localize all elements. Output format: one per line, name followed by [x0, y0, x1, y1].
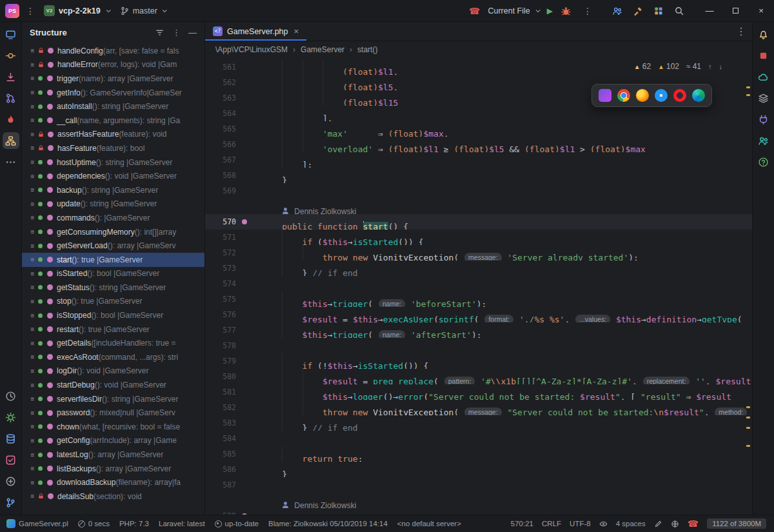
code-line[interactable]: if (!$this→isStarted()) {: [257, 353, 752, 369]
method-marker-icon[interactable]: [242, 513, 247, 515]
structure-item-__call[interactable]: ≡__call(name, arguments): string |Ga: [22, 113, 204, 128]
code-line[interactable]: throw new VionityException( message: "Se…: [257, 400, 752, 415]
method-marker-icon[interactable]: [242, 219, 247, 224]
code-line[interactable]: 'max' ⇒ (float)$max,: [257, 121, 752, 137]
next-problem-icon[interactable]: ↓: [719, 63, 723, 70]
phone-icon[interactable]: ☎: [688, 519, 699, 528]
line-number[interactable]: 579: [205, 353, 237, 369]
main-menu-icon[interactable]: ⋮: [22, 3, 39, 19]
phpstorm-browser-icon[interactable]: [599, 89, 611, 102]
cloud-icon[interactable]: [755, 68, 772, 85]
code-line[interactable]: 'overload' ⇒ (float)$l1 ≥ (float)$l5 && …: [257, 137, 752, 152]
code-line[interactable]: throw new VionityException( message: 'Se…: [257, 245, 752, 261]
run-button[interactable]: ▶: [547, 6, 553, 15]
layers-icon[interactable]: [755, 90, 772, 106]
locale-icon[interactable]: [671, 520, 679, 528]
close-button[interactable]: ×: [748, 0, 774, 22]
tab-gameserver-php[interactable]: <? GameServer.php ×: [205, 22, 306, 41]
line-number[interactable]: 588: [205, 508, 237, 515]
breadcrumb-item[interactable]: GameServer: [301, 45, 344, 54]
search-everywhere-icon[interactable]: [671, 3, 688, 19]
breadcrumb-item[interactable]: \App\VCP\LinuxGSM: [215, 45, 288, 54]
view-options-icon[interactable]: [155, 28, 164, 37]
maximize-button[interactable]: [722, 0, 748, 22]
annotate-icon[interactable]: [654, 520, 662, 528]
code-line[interactable]: ],: [257, 106, 752, 121]
server-widget[interactable]: <no default server>: [397, 520, 461, 527]
stop-icon[interactable]: [755, 47, 772, 64]
hot-swap-icon[interactable]: [3, 111, 19, 128]
line-number[interactable]: 578: [205, 338, 237, 353]
code-line[interactable]: return true;: [257, 446, 752, 462]
line-number[interactable]: 564: [205, 106, 237, 121]
structure-item-getServerLoad[interactable]: ≡getServerLoad(): array |GameServ: [22, 239, 204, 253]
code-line[interactable]: [257, 338, 752, 353]
help-icon[interactable]: [755, 153, 772, 170]
todo-icon[interactable]: [3, 451, 19, 468]
code-line[interactable]: [257, 477, 752, 493]
line-number[interactable]: 561: [205, 59, 237, 75]
tab-options-icon[interactable]: ⋮: [730, 22, 752, 41]
elapsed-widget[interactable]: 0 secs: [78, 520, 110, 527]
code-line[interactable]: $this→logger()→error("Server could not b…: [257, 384, 752, 400]
structure-item-chown[interactable]: ≡chown(what, [recursive: bool = false: [22, 420, 204, 434]
code-line[interactable]: $result = preg_replace( pattern: '#\\x1b…: [257, 369, 752, 384]
hide-panel-icon[interactable]: —: [188, 28, 197, 37]
structure-item-handleError[interactable]: ≡handleError(error, logs): void |Gam: [22, 58, 204, 72]
code-line[interactable]: [257, 183, 752, 199]
sync-widget[interactable]: up-to-date: [215, 520, 259, 527]
line-number[interactable]: 586: [205, 462, 237, 477]
code-line[interactable]: }: [257, 462, 752, 477]
structure-item-stop[interactable]: ≡stop(): true |GameServer: [22, 295, 204, 309]
warning-stripe-mark[interactable]: [746, 406, 750, 408]
encoding-widget[interactable]: UTF-8: [570, 520, 591, 527]
line-number[interactable]: 580: [205, 369, 237, 384]
laravel-widget[interactable]: Laravel: latest: [159, 520, 205, 527]
code-line[interactable]: $this→trigger( name: 'afterStart');: [257, 322, 752, 338]
structure-item-downloadBackup[interactable]: ≡downloadBackup(filename): array|fa: [22, 475, 204, 489]
services-icon[interactable]: [3, 409, 19, 426]
warning-stripe-mark[interactable]: [746, 86, 750, 88]
line-number[interactable]: 567: [205, 152, 237, 168]
structure-item-backup[interactable]: ≡backup(): string |GameServer: [22, 183, 204, 197]
structure-item-update[interactable]: ≡update(): string |GameServer: [22, 197, 204, 212]
database-icon[interactable]: [3, 430, 19, 447]
line-number[interactable]: [205, 199, 237, 214]
structure-item-hasFeature[interactable]: ≡hasFeature(feature): bool: [22, 141, 204, 155]
line-number[interactable]: 585: [205, 446, 237, 462]
previous-problem-icon[interactable]: ↑: [708, 63, 712, 70]
structure-item-isStarted[interactable]: ≡isStarted(): bool |GameServer: [22, 267, 204, 281]
branch-widget[interactable]: master: [115, 4, 171, 17]
structure-item-dependencies[interactable]: ≡dependencies(): void |GameServer: [22, 169, 204, 183]
structure-item-handleConfig[interactable]: ≡handleConfig(arr, [save: false = fals: [22, 44, 204, 58]
git-icon[interactable]: [3, 473, 19, 489]
structure-item-logDir[interactable]: ≡logDir(): void |GameServer: [22, 364, 204, 379]
notifications-icon[interactable]: [755, 26, 772, 43]
minimize-button[interactable]: —: [697, 0, 722, 22]
code-line[interactable]: if ($this→isStarted()) {: [257, 230, 752, 245]
php-version-widget[interactable]: PHP: 7.3: [119, 520, 149, 527]
structure-item-start[interactable]: ≡start(): true |GameServer: [22, 253, 204, 267]
line-number[interactable]: 565: [205, 121, 237, 137]
chrome-browser-icon[interactable]: [617, 89, 630, 102]
memory-indicator[interactable]: 1122 of 3800M: [707, 518, 766, 529]
structure-item-getConfig[interactable]: ≡getConfig(arrInclude): array |Game: [22, 434, 204, 448]
warning-stripe-mark[interactable]: [746, 445, 750, 447]
inspections-widget[interactable]: ▲62 ▲102 ≈41 ↑ ↓: [634, 62, 722, 71]
code-line[interactable]: } // if end: [257, 415, 752, 431]
structure-item-startDebug[interactable]: ≡startDebug(): void |GameServer: [22, 378, 204, 392]
structure-item-latestLog[interactable]: ≡latestLog(): array |GameServer: [22, 448, 204, 462]
vcs-update-icon[interactable]: [3, 68, 19, 85]
warning-stripe-mark[interactable]: [746, 94, 750, 96]
breadcrumb-item[interactable]: start(): [357, 45, 377, 54]
line-number[interactable]: 582: [205, 400, 237, 415]
line-number[interactable]: 581: [205, 384, 237, 400]
close-tab-icon[interactable]: ×: [294, 26, 299, 36]
line-ending-widget[interactable]: CRLF: [542, 520, 561, 527]
structure-item-autoInstall[interactable]: ≡autoInstall(): string |GameServer: [22, 99, 204, 113]
structure-item-commands[interactable]: ≡commands(): |GameServer: [22, 211, 204, 225]
structure-item-getDetails[interactable]: ≡getDetails([includeHandlers: true =: [22, 336, 204, 350]
line-number[interactable]: [205, 493, 237, 508]
line-number[interactable]: 577: [205, 322, 237, 338]
firefox-browser-icon[interactable]: [636, 89, 649, 102]
